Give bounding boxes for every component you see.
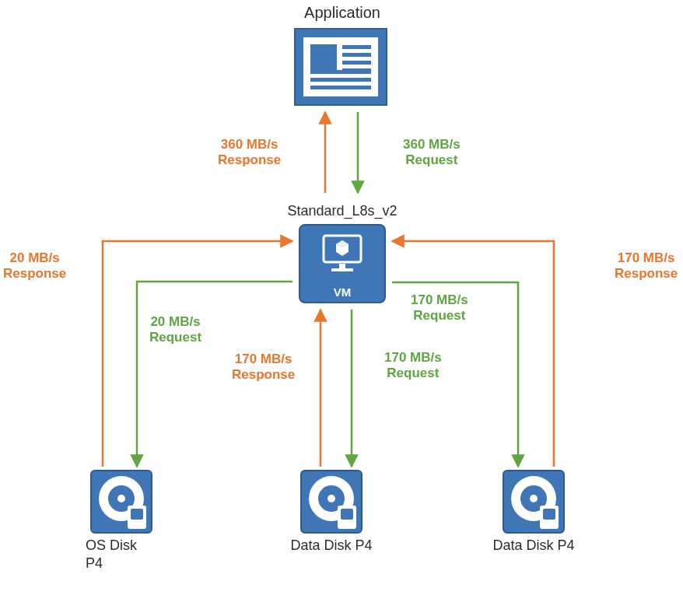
os-disk-label: OS Disk P4 — [86, 537, 157, 572]
app-response-label: 360 MB/s Response — [218, 137, 281, 169]
datadisk2-request-label: 170 MB/s Request — [411, 292, 468, 324]
datadisk1-response-label: 170 MB/s Response — [232, 352, 295, 383]
app-request-label: 360 MB/s Request — [403, 137, 461, 169]
data-disk1-label: Data Disk P4 — [285, 537, 378, 555]
application-title: Application — [280, 3, 405, 23]
vm-icon: VM — [299, 224, 386, 303]
svg-rect-2 — [331, 268, 353, 271]
datadisk1-request-label: 170 MB/s Request — [384, 350, 442, 382]
data-disk2-icon — [503, 470, 565, 534]
datadisk2-response-label: 170 MB/s Response — [615, 250, 678, 282]
osdisk-response-label: 20 MB/s Response — [3, 250, 66, 282]
vm-box-label: VM — [334, 285, 352, 299]
vm-title: Standard_L8s_v2 — [280, 202, 405, 220]
application-icon — [294, 28, 387, 106]
osdisk-request-label: 20 MB/s Request — [149, 314, 201, 346]
data-disk1-icon — [300, 470, 363, 534]
svg-rect-1 — [339, 264, 345, 268]
data-disk2-label: Data Disk P4 — [487, 537, 580, 555]
os-disk-icon — [90, 470, 152, 534]
diagram-canvas: Application 360 MB/s Response 360 MB/s R… — [0, 0, 683, 616]
monitor-icon — [320, 234, 364, 273]
